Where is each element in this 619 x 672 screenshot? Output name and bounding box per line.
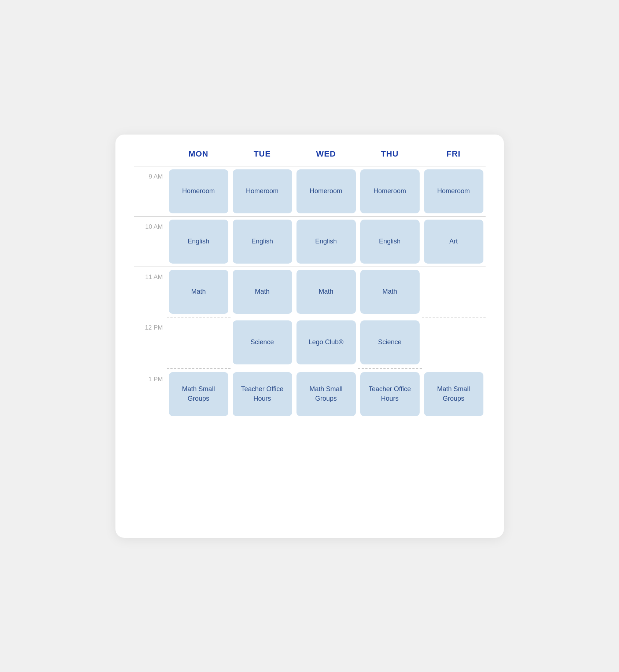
schedule-row-11am: 11 AM Math Math Math Math xyxy=(134,267,486,317)
block-1pm-thu[interactable]: Teacher Office Hours xyxy=(360,372,420,416)
header-fri: FRI xyxy=(422,149,486,166)
time-section-11am: 11 AM Math Math Math Math xyxy=(134,267,486,317)
block-12pm-wed[interactable]: Lego Club® xyxy=(296,320,356,364)
block-12pm-thu[interactable]: Science xyxy=(360,320,420,364)
block-11am-wed[interactable]: Math xyxy=(296,270,356,314)
block-11am-mon[interactable]: Math xyxy=(169,270,228,314)
schedule-row-12pm: 12 PM Science Lego Club® Science xyxy=(134,317,486,367)
block-10am-fri[interactable]: Art xyxy=(424,220,483,264)
bot-12pm-time xyxy=(134,368,167,368)
divider-9am-fri xyxy=(422,166,486,166)
divider-1pm-tue xyxy=(231,369,294,369)
divider-11am-thu xyxy=(358,267,422,267)
divider-11am-mon xyxy=(167,267,231,267)
block-1pm-wed[interactable]: Math Small Groups xyxy=(296,372,356,416)
block-9am-thu[interactable]: Homeroom xyxy=(360,169,420,213)
time-section-10am: 10 AM English English English English Ar… xyxy=(134,216,486,267)
time-10am: 10 AM xyxy=(134,217,167,231)
divider-12pm-tue xyxy=(231,317,294,317)
divider-11am-wed xyxy=(294,267,358,267)
schedule-row-1pm: 1 PM Math Small Groups Teacher Office Ho… xyxy=(134,369,486,419)
bot-12pm-wed xyxy=(294,368,358,368)
divider-10am-thu xyxy=(358,216,422,217)
block-1pm-mon[interactable]: Math Small Groups xyxy=(169,372,228,416)
block-10am-tue[interactable]: English xyxy=(233,220,292,264)
block-12pm-tue[interactable]: Science xyxy=(233,320,292,364)
divider-12pm-mon xyxy=(167,317,231,317)
block-11am-tue[interactable]: Math xyxy=(233,270,292,314)
schedule-row-10am: 10 AM English English English English Ar… xyxy=(134,217,486,267)
divider-12pm-fri xyxy=(422,317,486,317)
divider-10am-mon xyxy=(167,216,231,217)
time-1pm: 1 PM xyxy=(134,369,167,383)
divider-1pm-wed xyxy=(294,369,358,369)
schedule-row-9am: 9 AM Homeroom Homeroom Homeroom Homeroom… xyxy=(134,166,486,216)
divider-10am-fri xyxy=(422,216,486,217)
time-12pm: 12 PM xyxy=(134,317,167,331)
calendar-container: MON TUE WED THU FRI 9 AM Homeroom Homero… xyxy=(115,135,504,538)
divider-9am-thu xyxy=(358,166,422,166)
block-9am-mon[interactable]: Homeroom xyxy=(169,169,228,213)
header-thu: THU xyxy=(358,149,422,166)
divider-1pm-fri xyxy=(422,369,486,369)
block-9am-wed[interactable]: Homeroom xyxy=(296,169,356,213)
block-12pm-fri-empty xyxy=(424,320,483,364)
block-11am-fri-empty xyxy=(424,270,483,314)
header-spacer xyxy=(134,149,167,166)
time-section-12pm: 12 PM Science Lego Club® Science xyxy=(134,317,486,369)
divider-10am-wed xyxy=(294,216,358,217)
divider-1pm-thu xyxy=(358,369,422,369)
divider-9am-mon xyxy=(167,166,231,166)
header-wed: WED xyxy=(294,149,358,166)
block-12pm-mon-empty xyxy=(169,320,228,364)
time-section-1pm: 1 PM Math Small Groups Teacher Office Ho… xyxy=(134,369,486,419)
header-row: MON TUE WED THU FRI xyxy=(134,149,486,166)
block-9am-tue[interactable]: Homeroom xyxy=(233,169,292,213)
block-1pm-fri[interactable]: Math Small Groups xyxy=(424,372,483,416)
block-11am-thu[interactable]: Math xyxy=(360,270,420,314)
time-11am: 11 AM xyxy=(134,267,167,281)
divider-12pm-thu xyxy=(358,317,422,317)
divider-9am-tue xyxy=(231,166,294,166)
divider-12pm-wed xyxy=(294,317,358,317)
bot-12pm-fri xyxy=(422,368,486,368)
header-tue: TUE xyxy=(231,149,294,166)
block-10am-thu[interactable]: English xyxy=(360,220,420,264)
block-10am-mon[interactable]: English xyxy=(169,220,228,264)
block-10am-wed[interactable]: English xyxy=(296,220,356,264)
divider-11am-tue xyxy=(231,267,294,267)
divider-1pm-mon xyxy=(167,369,231,369)
header-mon: MON xyxy=(167,149,231,166)
divider-12pm-time xyxy=(134,317,167,317)
time-9am: 9 AM xyxy=(134,166,167,180)
divider-10am-tue xyxy=(231,216,294,217)
divider-11am-fri xyxy=(422,267,486,267)
block-9am-fri[interactable]: Homeroom xyxy=(424,169,483,213)
divider-9am-wed xyxy=(294,166,358,166)
bot-12pm-tue xyxy=(231,368,294,368)
time-section-9am: 9 AM Homeroom Homeroom Homeroom Homeroom… xyxy=(134,166,486,216)
block-1pm-tue[interactable]: Teacher Office Hours xyxy=(233,372,292,416)
